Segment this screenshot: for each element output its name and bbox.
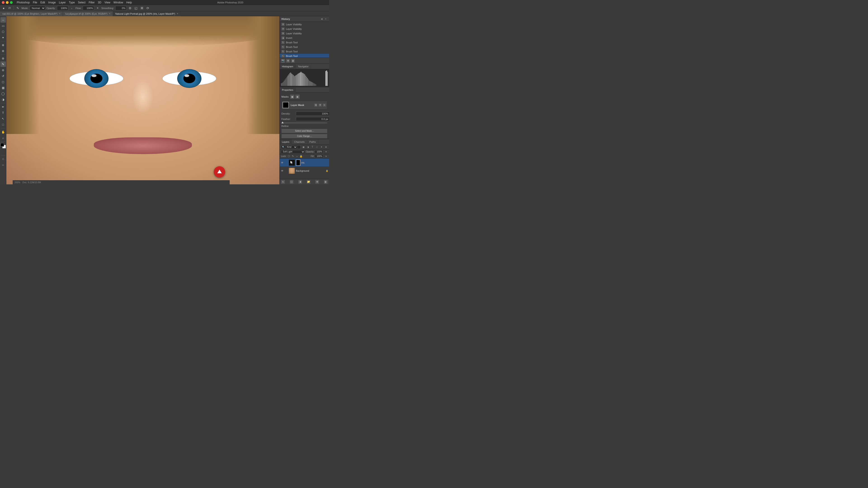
lock-move-button[interactable]: ↔ xyxy=(296,155,299,158)
history-item[interactable]: 👁 Layer Visibility xyxy=(280,27,329,31)
zoom-tool[interactable]: ⌕ xyxy=(0,135,6,140)
eraser-tool[interactable]: ◻ xyxy=(0,79,6,85)
blur-tool[interactable]: ◯ xyxy=(0,91,6,96)
fill-arrow[interactable]: ▾ xyxy=(324,155,328,158)
history-item[interactable]: 👁 Layer Visibility xyxy=(280,22,329,27)
mask-link-button[interactable]: ⛓ xyxy=(314,103,318,107)
menu-window[interactable]: Window xyxy=(114,1,123,4)
move-tool[interactable]: ↔ xyxy=(0,17,6,23)
history-item[interactable]: ✎ Brush Tool xyxy=(280,45,329,49)
tab-paths[interactable]: Paths xyxy=(307,139,318,144)
filter-adj-button[interactable]: ◑ xyxy=(306,145,310,149)
layer-mask-preview[interactable]: Layer Mask ⛓ 👁 ✕ xyxy=(281,101,327,109)
spot-heal-tool[interactable]: ⊛ xyxy=(0,56,6,61)
lock-paint-button[interactable]: ✎ xyxy=(291,155,294,158)
menu-file[interactable]: File xyxy=(33,1,37,4)
type-tool[interactable]: T xyxy=(0,110,6,116)
brush-size-input[interactable]: 20 xyxy=(7,6,12,10)
lock-all-button[interactable]: 🔒 xyxy=(300,155,303,158)
eyedropper-tool[interactable]: ⊛ xyxy=(0,48,6,54)
opacity-input[interactable] xyxy=(57,6,68,10)
menu-edit[interactable]: Edit xyxy=(40,1,45,4)
feather-slider[interactable] xyxy=(281,123,327,123)
tab-portrait[interactable]: Natural Light Portrait.jpg @ 200% (iris,… xyxy=(113,11,181,16)
airbrush-mode[interactable]: ⟳ xyxy=(146,6,150,10)
filter-pixel-button[interactable]: ▣ xyxy=(302,145,305,149)
mask-delete-button[interactable]: ✕ xyxy=(322,103,326,107)
pen-tool[interactable]: ✒ xyxy=(0,104,6,109)
crop-tool[interactable]: ⊕ xyxy=(0,42,6,48)
select-and-mask-button[interactable]: Select and Mask... xyxy=(281,129,327,133)
flow-input[interactable] xyxy=(83,6,94,10)
menu-filter[interactable]: Filter xyxy=(89,1,95,4)
tab-nat001[interactable]: nat-001.tif @ 100% (Eye Brighten, Layer … xyxy=(0,11,63,16)
pixel-mask-button[interactable]: ▣ xyxy=(290,94,294,99)
layers-search[interactable]: 🔍 Kind Name xyxy=(281,145,301,149)
create-new-layer-button[interactable]: ⊕ xyxy=(315,180,319,184)
history-item[interactable]: ◑ Invert xyxy=(280,36,329,40)
set-to-background[interactable]: ◱ xyxy=(134,6,138,10)
brush-preset-picker[interactable]: ● xyxy=(1,6,6,10)
filter-toggle[interactable]: ⊕ xyxy=(324,145,328,149)
layer-iris[interactable]: 👁 iris xyxy=(280,159,329,167)
tab-lucy[interactable]: lucy&jasper.tif @ 200% (Eye, RGB/8*) ✕ xyxy=(63,11,113,16)
gradient-tool[interactable]: ▦ xyxy=(0,85,6,90)
brush-tool[interactable]: ✎ xyxy=(0,61,6,67)
blend-mode-select[interactable]: Soft Light Normal Multiply Screen xyxy=(281,150,305,154)
history-list[interactable]: 👁 Layer Visibility 👁 Layer Visibility 👁 … xyxy=(280,22,329,58)
marquee-tool[interactable]: ▭ xyxy=(0,23,6,29)
layer-background-visibility[interactable]: 👁 xyxy=(281,169,284,172)
tab-navigator[interactable]: Navigator xyxy=(296,64,311,69)
filter-shape-button[interactable]: □ xyxy=(315,145,319,149)
menu-select[interactable]: Select xyxy=(78,1,86,4)
feather-input[interactable] xyxy=(296,117,329,121)
foreground-color[interactable] xyxy=(0,143,4,147)
pressure-flow-icon[interactable]: ⌖ xyxy=(95,6,100,10)
magic-wand-tool[interactable]: ✦ xyxy=(0,35,6,40)
tab-properties[interactable]: Properties xyxy=(280,87,296,93)
filter-type-button[interactable]: T xyxy=(311,145,314,149)
add-fx-button[interactable]: fx xyxy=(281,180,285,184)
mask-visibility-button[interactable]: 👁 xyxy=(318,103,322,107)
new-snapshot-button[interactable]: 📷 xyxy=(281,59,285,63)
menu-3d[interactable]: 3D xyxy=(98,1,101,4)
create-group-button[interactable]: 📁 xyxy=(307,180,311,184)
history-menu[interactable]: ≡ xyxy=(324,18,327,21)
smoothing-options[interactable]: ⚙ xyxy=(128,6,132,10)
clone-tool[interactable]: ⊜ xyxy=(0,67,6,73)
lasso-tool[interactable]: ⬡ xyxy=(0,29,6,34)
opacity-input[interactable] xyxy=(315,150,323,153)
quick-mask-tool[interactable]: ⬡ xyxy=(0,156,6,162)
history-item[interactable]: ✎ Brush Tool xyxy=(280,49,329,54)
history-item[interactable]: ✎ Brush Tool xyxy=(280,40,329,45)
canvas[interactable] xyxy=(6,16,279,184)
density-input[interactable] xyxy=(296,111,329,116)
history-brush-tool[interactable]: ↺ xyxy=(0,73,6,78)
filter-smart-button[interactable]: ✦ xyxy=(320,145,323,149)
floating-badge[interactable] xyxy=(214,166,225,177)
menu-type[interactable]: Type xyxy=(69,1,75,4)
tablet-pressure[interactable]: ⌘ xyxy=(140,6,144,10)
tab-histogram[interactable]: Histogram xyxy=(280,64,296,69)
history-item[interactable]: 👁 Layer Visibility xyxy=(280,31,329,36)
path-select-tool[interactable]: ↖ xyxy=(0,116,6,121)
tab-nat001-close[interactable]: ✕ xyxy=(59,12,61,15)
delete-state-button[interactable]: 🗑 xyxy=(291,59,295,63)
fullscreen-button[interactable] xyxy=(10,1,13,4)
history-item-active[interactable]: ✎ Brush Tool xyxy=(280,54,329,58)
tab-lucy-close[interactable]: ✕ xyxy=(109,12,111,15)
change-screen-mode[interactable]: ▭ xyxy=(0,162,6,168)
kind-select[interactable]: Kind Name xyxy=(285,145,297,149)
vector-mask-button[interactable]: ◉ xyxy=(295,94,300,99)
pressure-opacity-icon[interactable]: ⬦ xyxy=(70,6,74,10)
minimize-button[interactable] xyxy=(6,1,8,4)
add-mask-button[interactable]: ◻ xyxy=(289,180,293,184)
dodge-tool[interactable]: ◑ xyxy=(0,97,6,102)
menu-layer[interactable]: Layer xyxy=(59,1,66,4)
close-button[interactable] xyxy=(2,1,4,4)
history-expand[interactable]: ◀ xyxy=(320,18,323,21)
fill-input[interactable] xyxy=(315,155,323,158)
hand-tool[interactable]: ✋ xyxy=(0,129,6,135)
shape-tool[interactable]: □ xyxy=(0,122,6,127)
menu-help[interactable]: Help xyxy=(126,1,132,4)
